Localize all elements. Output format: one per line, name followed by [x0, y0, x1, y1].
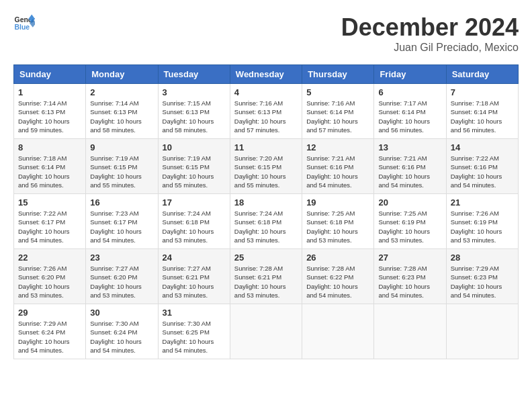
header-sunday: Sunday	[14, 65, 86, 84]
day-cell-6: 6 Sunrise: 7:17 AMSunset: 6:14 PMDayligh…	[374, 84, 446, 139]
day-number-5: 5	[306, 87, 369, 97]
day-number-23: 23	[90, 253, 153, 263]
week-row-1: 1 Sunrise: 7:14 AMSunset: 6:13 PMDayligh…	[14, 84, 519, 139]
day-number-28: 28	[451, 253, 514, 263]
day-info-12: Sunrise: 7:21 AMSunset: 6:16 PMDaylight:…	[306, 154, 369, 189]
day-info-17: Sunrise: 7:24 AMSunset: 6:18 PMDaylight:…	[163, 209, 226, 244]
day-info-1: Sunrise: 7:14 AMSunset: 6:13 PMDaylight:…	[18, 99, 81, 134]
day-cell-5: 5 Sunrise: 7:16 AMSunset: 6:14 PMDayligh…	[302, 84, 374, 139]
day-info-29: Sunrise: 7:29 AMSunset: 6:24 PMDaylight:…	[18, 319, 81, 355]
week-row-2: 8 Sunrise: 7:18 AMSunset: 6:14 PMDayligh…	[14, 139, 519, 194]
day-cell-21: 21 Sunrise: 7:26 AMSunset: 6:19 PMDaylig…	[446, 194, 518, 249]
day-cell-16: 16 Sunrise: 7:23 AMSunset: 6:17 PMDaylig…	[86, 194, 158, 249]
week-row-5: 29 Sunrise: 7:29 AMSunset: 6:24 PMDaylig…	[14, 304, 519, 359]
day-cell-31: 31 Sunrise: 7:30 AMSunset: 6:25 PMDaylig…	[158, 304, 230, 359]
day-info-14: Sunrise: 7:22 AMSunset: 6:16 PMDaylight:…	[451, 154, 514, 189]
day-number-2: 2	[90, 87, 153, 97]
empty-cell-w4d6	[446, 304, 518, 359]
day-cell-22: 22 Sunrise: 7:26 AMSunset: 6:20 PMDaylig…	[14, 249, 86, 304]
day-number-27: 27	[378, 253, 441, 263]
day-cell-8: 8 Sunrise: 7:18 AMSunset: 6:14 PMDayligh…	[14, 139, 86, 194]
calendar-table: Sunday Monday Tuesday Wednesday Thursday…	[13, 64, 519, 359]
day-number-3: 3	[163, 87, 226, 97]
day-cell-24: 24 Sunrise: 7:27 AMSunset: 6:21 PMDaylig…	[158, 249, 230, 304]
day-number-12: 12	[306, 142, 369, 152]
day-info-19: Sunrise: 7:25 AMSunset: 6:18 PMDaylight:…	[306, 209, 369, 244]
day-info-2: Sunrise: 7:14 AMSunset: 6:13 PMDaylight:…	[90, 99, 153, 134]
day-number-25: 25	[234, 253, 298, 263]
day-number-10: 10	[163, 142, 226, 152]
logo: General Blue	[13, 13, 35, 32]
day-number-4: 4	[234, 87, 298, 97]
day-info-30: Sunrise: 7:30 AMSunset: 6:24 PMDaylight:…	[90, 319, 153, 355]
day-info-31: Sunrise: 7:30 AMSunset: 6:25 PMDaylight:…	[163, 319, 226, 355]
day-cell-7: 7 Sunrise: 7:18 AMSunset: 6:14 PMDayligh…	[446, 84, 518, 139]
day-info-5: Sunrise: 7:16 AMSunset: 6:14 PMDaylight:…	[306, 99, 369, 134]
calendar-body: 1 Sunrise: 7:14 AMSunset: 6:13 PMDayligh…	[14, 84, 519, 359]
day-cell-4: 4 Sunrise: 7:16 AMSunset: 6:13 PMDayligh…	[230, 84, 302, 139]
day-info-3: Sunrise: 7:15 AMSunset: 6:13 PMDaylight:…	[163, 99, 226, 134]
day-cell-12: 12 Sunrise: 7:21 AMSunset: 6:16 PMDaylig…	[302, 139, 374, 194]
day-number-17: 17	[163, 197, 226, 208]
day-cell-18: 18 Sunrise: 7:24 AMSunset: 6:18 PMDaylig…	[230, 194, 302, 249]
day-cell-25: 25 Sunrise: 7:28 AMSunset: 6:21 PMDaylig…	[230, 249, 302, 304]
day-info-20: Sunrise: 7:25 AMSunset: 6:19 PMDaylight:…	[378, 209, 441, 244]
title-section: December 2024 Juan Gil Preciado, Mexico	[341, 13, 519, 54]
day-info-16: Sunrise: 7:23 AMSunset: 6:17 PMDaylight:…	[90, 209, 153, 244]
header-wednesday: Wednesday	[230, 65, 302, 84]
header-thursday: Thursday	[302, 65, 374, 84]
day-info-23: Sunrise: 7:27 AMSunset: 6:20 PMDaylight:…	[90, 264, 153, 300]
day-info-15: Sunrise: 7:22 AMSunset: 6:17 PMDaylight:…	[18, 209, 81, 244]
page-header: General Blue December 2024 Juan Gil Prec…	[13, 13, 519, 54]
day-info-4: Sunrise: 7:16 AMSunset: 6:13 PMDaylight:…	[234, 99, 298, 134]
day-number-18: 18	[234, 197, 298, 208]
weekday-header-row: Sunday Monday Tuesday Wednesday Thursday…	[14, 65, 519, 84]
day-cell-13: 13 Sunrise: 7:21 AMSunset: 6:16 PMDaylig…	[374, 139, 446, 194]
day-cell-30: 30 Sunrise: 7:30 AMSunset: 6:24 PMDaylig…	[86, 304, 158, 359]
day-info-26: Sunrise: 7:28 AMSunset: 6:22 PMDaylight:…	[306, 264, 369, 300]
day-cell-14: 14 Sunrise: 7:22 AMSunset: 6:16 PMDaylig…	[446, 139, 518, 194]
day-cell-28: 28 Sunrise: 7:29 AMSunset: 6:23 PMDaylig…	[446, 249, 518, 304]
day-number-14: 14	[451, 142, 514, 152]
day-cell-1: 1 Sunrise: 7:14 AMSunset: 6:13 PMDayligh…	[14, 84, 86, 139]
day-info-21: Sunrise: 7:26 AMSunset: 6:19 PMDaylight:…	[451, 209, 514, 244]
day-number-8: 8	[18, 142, 81, 152]
day-cell-3: 3 Sunrise: 7:15 AMSunset: 6:13 PMDayligh…	[158, 84, 230, 139]
day-info-25: Sunrise: 7:28 AMSunset: 6:21 PMDaylight:…	[234, 264, 298, 300]
day-number-30: 30	[90, 308, 153, 318]
day-cell-19: 19 Sunrise: 7:25 AMSunset: 6:18 PMDaylig…	[302, 194, 374, 249]
day-number-6: 6	[378, 87, 441, 97]
day-cell-23: 23 Sunrise: 7:27 AMSunset: 6:20 PMDaylig…	[86, 249, 158, 304]
day-cell-11: 11 Sunrise: 7:20 AMSunset: 6:15 PMDaylig…	[230, 139, 302, 194]
week-row-4: 22 Sunrise: 7:26 AMSunset: 6:20 PMDaylig…	[14, 249, 519, 304]
day-number-19: 19	[306, 197, 369, 208]
day-info-28: Sunrise: 7:29 AMSunset: 6:23 PMDaylight:…	[451, 264, 514, 300]
day-number-21: 21	[451, 197, 514, 208]
empty-cell-w4d3	[230, 304, 302, 359]
header-friday: Friday	[374, 65, 446, 84]
header-tuesday: Tuesday	[158, 65, 230, 84]
calendar-title: December 2024	[341, 13, 519, 42]
day-info-8: Sunrise: 7:18 AMSunset: 6:14 PMDaylight:…	[18, 154, 81, 189]
day-number-16: 16	[90, 197, 153, 208]
svg-text:Blue: Blue	[15, 24, 30, 31]
day-info-9: Sunrise: 7:19 AMSunset: 6:15 PMDaylight:…	[90, 154, 153, 189]
day-number-20: 20	[378, 197, 441, 208]
day-info-10: Sunrise: 7:19 AMSunset: 6:15 PMDaylight:…	[163, 154, 226, 189]
day-number-7: 7	[451, 87, 514, 97]
day-number-13: 13	[378, 142, 441, 152]
day-info-22: Sunrise: 7:26 AMSunset: 6:20 PMDaylight:…	[18, 264, 81, 300]
day-info-27: Sunrise: 7:28 AMSunset: 6:23 PMDaylight:…	[378, 264, 441, 300]
day-info-13: Sunrise: 7:21 AMSunset: 6:16 PMDaylight:…	[378, 154, 441, 189]
day-number-31: 31	[163, 308, 226, 318]
day-cell-17: 17 Sunrise: 7:24 AMSunset: 6:18 PMDaylig…	[158, 194, 230, 249]
day-number-15: 15	[18, 197, 81, 208]
day-cell-20: 20 Sunrise: 7:25 AMSunset: 6:19 PMDaylig…	[374, 194, 446, 249]
calendar-subtitle: Juan Gil Preciado, Mexico	[341, 42, 519, 54]
day-number-24: 24	[163, 253, 226, 263]
header-saturday: Saturday	[446, 65, 518, 84]
day-cell-29: 29 Sunrise: 7:29 AMSunset: 6:24 PMDaylig…	[14, 304, 86, 359]
day-info-7: Sunrise: 7:18 AMSunset: 6:14 PMDaylight:…	[451, 99, 514, 134]
week-row-3: 15 Sunrise: 7:22 AMSunset: 6:17 PMDaylig…	[14, 194, 519, 249]
logo-icon: General Blue	[13, 13, 35, 32]
